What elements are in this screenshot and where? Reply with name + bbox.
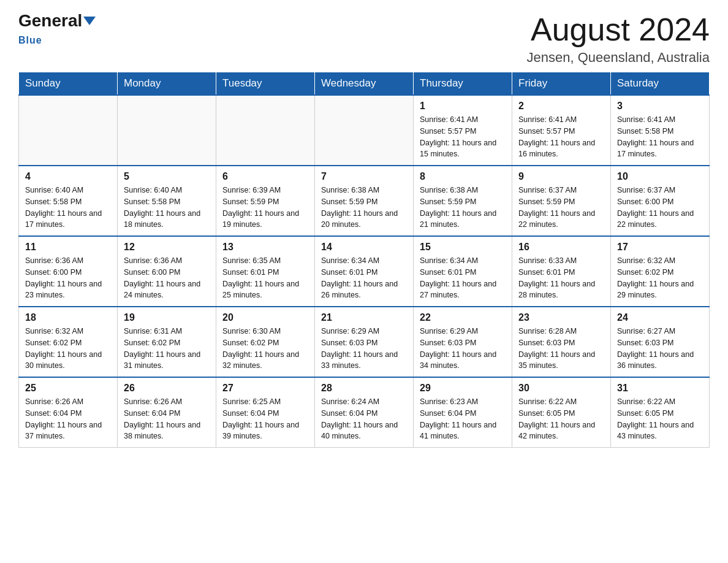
day-number: 6 xyxy=(222,171,308,182)
day-info: Sunrise: 6:36 AM Sunset: 6:00 PM Dayligh… xyxy=(25,255,111,301)
day-number: 2 xyxy=(518,101,604,112)
calendar-cell: 24Sunrise: 6:27 AM Sunset: 6:03 PM Dayli… xyxy=(611,307,710,377)
calendar-cell: 21Sunrise: 6:29 AM Sunset: 6:03 PM Dayli… xyxy=(315,307,414,377)
day-number: 19 xyxy=(124,312,210,323)
day-info: Sunrise: 6:38 AM Sunset: 5:59 PM Dayligh… xyxy=(420,185,506,231)
day-info: Sunrise: 6:26 AM Sunset: 6:04 PM Dayligh… xyxy=(25,396,111,442)
header-tuesday: Tuesday xyxy=(216,72,315,96)
day-number: 10 xyxy=(617,171,703,182)
day-info: Sunrise: 6:40 AM Sunset: 5:58 PM Dayligh… xyxy=(25,185,111,231)
day-info: Sunrise: 6:30 AM Sunset: 6:02 PM Dayligh… xyxy=(222,326,308,372)
calendar-cell: 20Sunrise: 6:30 AM Sunset: 6:02 PM Dayli… xyxy=(216,307,315,377)
day-info: Sunrise: 6:24 AM Sunset: 6:04 PM Dayligh… xyxy=(321,396,407,442)
day-info: Sunrise: 6:41 AM Sunset: 5:57 PM Dayligh… xyxy=(420,114,506,160)
day-info: Sunrise: 6:34 AM Sunset: 6:01 PM Dayligh… xyxy=(321,255,407,301)
day-info: Sunrise: 6:28 AM Sunset: 6:03 PM Dayligh… xyxy=(518,326,604,372)
day-info: Sunrise: 6:32 AM Sunset: 6:02 PM Dayligh… xyxy=(25,326,111,372)
calendar-cell: 17Sunrise: 6:32 AM Sunset: 6:02 PM Dayli… xyxy=(611,236,710,307)
calendar-cell xyxy=(19,95,118,166)
day-info: Sunrise: 6:37 AM Sunset: 6:00 PM Dayligh… xyxy=(617,185,703,231)
day-number: 26 xyxy=(124,383,210,394)
header-monday: Monday xyxy=(118,72,216,96)
calendar-cell: 19Sunrise: 6:31 AM Sunset: 6:02 PM Dayli… xyxy=(118,307,216,377)
day-info: Sunrise: 6:41 AM Sunset: 5:57 PM Dayligh… xyxy=(518,114,604,160)
calendar-cell: 28Sunrise: 6:24 AM Sunset: 6:04 PM Dayli… xyxy=(315,377,414,448)
calendar-cell: 27Sunrise: 6:25 AM Sunset: 6:04 PM Dayli… xyxy=(216,377,315,448)
day-number: 13 xyxy=(222,242,308,253)
calendar-cell xyxy=(118,95,216,166)
calendar-cell xyxy=(315,95,414,166)
day-info: Sunrise: 6:22 AM Sunset: 6:05 PM Dayligh… xyxy=(518,396,604,442)
day-info: Sunrise: 6:32 AM Sunset: 6:02 PM Dayligh… xyxy=(617,255,703,301)
calendar-table: SundayMondayTuesdayWednesdayThursdayFrid… xyxy=(18,72,710,448)
day-info: Sunrise: 6:27 AM Sunset: 6:03 PM Dayligh… xyxy=(617,326,703,372)
day-number: 7 xyxy=(321,171,407,182)
month-title: August 2024 xyxy=(527,12,710,47)
day-number: 11 xyxy=(25,242,111,253)
calendar-cell: 4Sunrise: 6:40 AM Sunset: 5:58 PM Daylig… xyxy=(19,166,118,236)
title-section: August 2024 Jensen, Queensland, Australi… xyxy=(527,12,710,66)
day-number: 29 xyxy=(420,383,506,394)
day-number: 12 xyxy=(124,242,210,253)
day-number: 22 xyxy=(420,312,506,323)
calendar-cell: 7Sunrise: 6:38 AM Sunset: 5:59 PM Daylig… xyxy=(315,166,414,236)
day-number: 17 xyxy=(617,242,703,253)
calendar-cell: 12Sunrise: 6:36 AM Sunset: 6:00 PM Dayli… xyxy=(118,236,216,307)
day-number: 3 xyxy=(617,101,703,112)
day-info: Sunrise: 6:40 AM Sunset: 5:58 PM Dayligh… xyxy=(124,185,210,231)
page-header: General Blue August 2024 Jensen, Queensl… xyxy=(18,12,710,66)
calendar-cell: 25Sunrise: 6:26 AM Sunset: 6:04 PM Dayli… xyxy=(19,377,118,448)
day-info: Sunrise: 6:36 AM Sunset: 6:00 PM Dayligh… xyxy=(124,255,210,301)
day-info: Sunrise: 6:29 AM Sunset: 6:03 PM Dayligh… xyxy=(321,326,407,372)
day-number: 4 xyxy=(25,171,111,182)
calendar-cell: 10Sunrise: 6:37 AM Sunset: 6:00 PM Dayli… xyxy=(611,166,710,236)
calendar-cell: 3Sunrise: 6:41 AM Sunset: 5:58 PM Daylig… xyxy=(611,95,710,166)
day-number: 31 xyxy=(617,383,703,394)
calendar-cell: 13Sunrise: 6:35 AM Sunset: 6:01 PM Dayli… xyxy=(216,236,315,307)
logo-general: General xyxy=(18,11,82,30)
calendar-cell: 30Sunrise: 6:22 AM Sunset: 6:05 PM Dayli… xyxy=(512,377,611,448)
day-number: 28 xyxy=(321,383,407,394)
day-number: 14 xyxy=(321,242,407,253)
day-info: Sunrise: 6:35 AM Sunset: 6:01 PM Dayligh… xyxy=(222,255,308,301)
calendar-week-4: 18Sunrise: 6:32 AM Sunset: 6:02 PM Dayli… xyxy=(19,307,710,377)
header-thursday: Thursday xyxy=(414,72,512,96)
calendar-header-row: SundayMondayTuesdayWednesdayThursdayFrid… xyxy=(19,72,710,96)
day-number: 9 xyxy=(518,171,604,182)
day-number: 15 xyxy=(420,242,506,253)
day-number: 20 xyxy=(222,312,308,323)
day-number: 21 xyxy=(321,312,407,323)
calendar-cell: 18Sunrise: 6:32 AM Sunset: 6:02 PM Dayli… xyxy=(19,307,118,377)
day-number: 1 xyxy=(420,101,506,112)
location: Jensen, Queensland, Australia xyxy=(527,50,710,66)
calendar-cell: 16Sunrise: 6:33 AM Sunset: 6:01 PM Dayli… xyxy=(512,236,611,307)
calendar-cell: 1Sunrise: 6:41 AM Sunset: 5:57 PM Daylig… xyxy=(414,95,512,166)
calendar-week-3: 11Sunrise: 6:36 AM Sunset: 6:00 PM Dayli… xyxy=(19,236,710,307)
day-info: Sunrise: 6:22 AM Sunset: 6:05 PM Dayligh… xyxy=(617,396,703,442)
calendar-cell: 29Sunrise: 6:23 AM Sunset: 6:04 PM Dayli… xyxy=(414,377,512,448)
calendar-cell: 22Sunrise: 6:29 AM Sunset: 6:03 PM Dayli… xyxy=(414,307,512,377)
day-info: Sunrise: 6:26 AM Sunset: 6:04 PM Dayligh… xyxy=(124,396,210,442)
calendar-cell: 5Sunrise: 6:40 AM Sunset: 5:58 PM Daylig… xyxy=(118,166,216,236)
day-number: 23 xyxy=(518,312,604,323)
day-number: 24 xyxy=(617,312,703,323)
calendar-cell: 11Sunrise: 6:36 AM Sunset: 6:00 PM Dayli… xyxy=(19,236,118,307)
calendar-week-5: 25Sunrise: 6:26 AM Sunset: 6:04 PM Dayli… xyxy=(19,377,710,448)
day-info: Sunrise: 6:41 AM Sunset: 5:58 PM Dayligh… xyxy=(617,114,703,160)
day-number: 18 xyxy=(25,312,111,323)
logo-arrow-icon xyxy=(83,17,96,25)
day-info: Sunrise: 6:29 AM Sunset: 6:03 PM Dayligh… xyxy=(420,326,506,372)
day-info: Sunrise: 6:33 AM Sunset: 6:01 PM Dayligh… xyxy=(518,255,604,301)
header-friday: Friday xyxy=(512,72,611,96)
day-info: Sunrise: 6:34 AM Sunset: 6:01 PM Dayligh… xyxy=(420,255,506,301)
calendar-cell xyxy=(216,95,315,166)
calendar-cell: 23Sunrise: 6:28 AM Sunset: 6:03 PM Dayli… xyxy=(512,307,611,377)
calendar-cell: 15Sunrise: 6:34 AM Sunset: 6:01 PM Dayli… xyxy=(414,236,512,307)
day-number: 27 xyxy=(222,383,308,394)
calendar-cell: 8Sunrise: 6:38 AM Sunset: 5:59 PM Daylig… xyxy=(414,166,512,236)
calendar-cell: 26Sunrise: 6:26 AM Sunset: 6:04 PM Dayli… xyxy=(118,377,216,448)
calendar-cell: 14Sunrise: 6:34 AM Sunset: 6:01 PM Dayli… xyxy=(315,236,414,307)
calendar-cell: 6Sunrise: 6:39 AM Sunset: 5:59 PM Daylig… xyxy=(216,166,315,236)
logo: General Blue xyxy=(18,12,96,47)
day-number: 30 xyxy=(518,383,604,394)
